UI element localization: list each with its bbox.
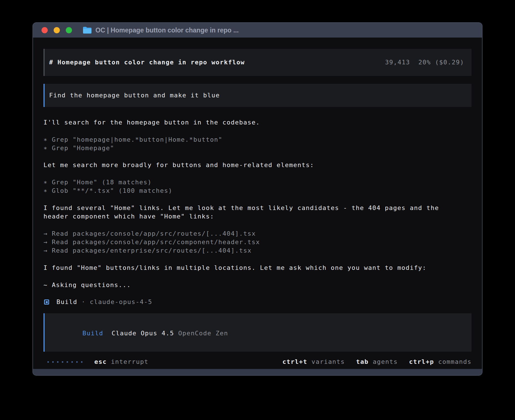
spinner-dot [76,361,78,363]
shortcut-interrupt: esc interrupt [94,358,149,366]
close-button[interactable] [42,27,48,33]
log-line: ∗ Grep "Home" (18 matches) [43,178,472,187]
spinner-dot [52,361,54,363]
input-agent-label: Build [82,330,103,337]
spinner-dot [67,361,68,363]
log-line: → Read packages/console/app/src/routes/[… [43,229,472,238]
window-bottom-edge [33,369,482,375]
user-message: Find the homepage button and make it blu… [43,84,472,107]
log-line: Let me search more broadly for buttons a… [43,161,472,169]
terminal-window: OC | Homepage button color change in rep… [32,22,483,376]
agent-status-line: Build · claude-opus-4-5 [43,298,472,306]
assistant-text-block: ~ Asking questions... [43,281,472,289]
log-line: ∗ Grep "homepage|home.*button|Home.*butt… [43,135,472,144]
folder-icon [83,27,92,34]
status-left: esc interrupt [43,358,149,366]
shortcut-variants: ctrl+t variants [282,358,345,366]
agent-separator: · [77,298,90,306]
prompt-input[interactable]: Build Claude Opus 4.5 OpenCode Zen [43,313,472,352]
input-model-label: Claude Opus 4.5 [112,330,174,337]
window-titlebar[interactable]: OC | Homepage button color change in rep… [33,23,482,38]
assistant-text-block: Let me search more broadly for buttons a… [43,161,472,169]
log-line: ∗ Glob "**/*.tsx" (100 matches) [43,187,472,195]
log-line: ∗ Grep "Homepage" [43,144,472,152]
status-right: ctrl+t variantstab agentsctrl+p commands [282,358,472,366]
log-line: I'll search for the homepage button in t… [43,118,472,127]
conversation-log: I'll search for the homepage button in t… [43,118,472,289]
input-provider-label: OpenCode Zen [178,330,228,337]
session-header: # Homepage button color change in repo w… [43,49,472,76]
log-line: → Read packages/console/app/src/componen… [43,238,472,246]
spinner-dot [81,361,82,363]
spinner-dot [71,361,73,363]
build-agent-icon [44,299,49,305]
user-message-text: Find the homepage button and make it blu… [49,91,220,100]
shortcut-commands: ctrl+p commands [409,358,472,366]
log-line: ~ Asking questions... [43,281,472,289]
log-line: header component which have "Home" links… [43,212,472,221]
log-line: I found "Home" buttons/links in multiple… [43,264,472,272]
traffic-lights [42,27,72,33]
agent-name: Build [56,298,77,306]
minimize-button[interactable] [54,27,60,33]
log-line: I found several "Home" links. Let me loo… [43,204,472,212]
spinner-dot [62,361,63,363]
status-bar: esc interrupt ctrl+t variantstab agentsc… [43,358,472,366]
assistant-text-block: I found "Home" buttons/links in multiple… [43,264,472,272]
spinner-dots [47,361,82,363]
spinner-dot [57,361,58,363]
window-title: OC | Homepage button color change in rep… [95,27,239,34]
assistant-text-block: I found several "Home" links. Let me loo… [43,204,472,221]
agent-model: claude-opus-4-5 [90,298,152,306]
assistant-text-block: I'll search for the homepage button in t… [43,118,472,127]
tool-call-block: → Read packages/console/app/src/routes/[… [43,229,472,255]
terminal-content: # Homepage button color change in repo w… [33,38,482,369]
spinner-dot [47,361,49,363]
shortcut-agents: tab agents [356,358,398,366]
tool-call-block: ∗ Grep "homepage|home.*button|Home.*butt… [43,135,472,153]
session-stats: 39,413 20% ($0.29) [385,58,464,67]
zoom-button[interactable] [66,27,72,33]
tool-call-block: ∗ Grep "Home" (18 matches)∗ Glob "**/*.t… [43,178,472,195]
session-title: # Homepage button color change in repo w… [49,58,245,67]
input-meta-row: Build Claude Opus 4.5 OpenCode Zen [49,321,467,346]
log-line: → Read packages/enterprise/src/routes/[.… [43,246,472,255]
